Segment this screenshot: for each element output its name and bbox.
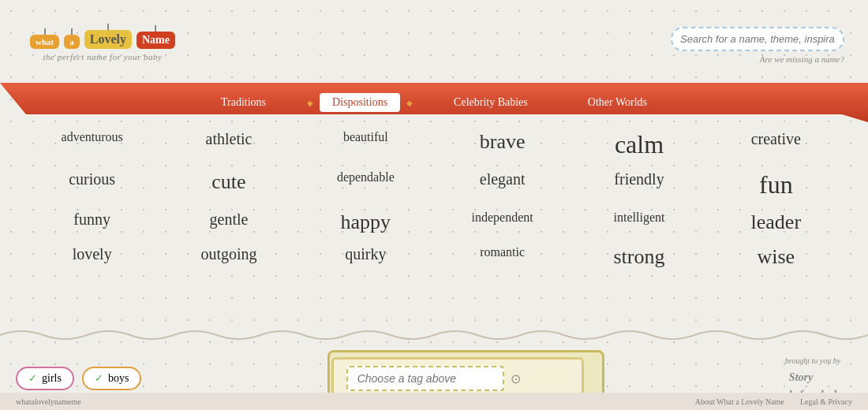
- nav-ribbon: Traditions Dispositions Celebrity Babies…: [0, 83, 868, 122]
- boys-filter[interactable]: ✓ boys: [82, 367, 141, 390]
- bottom-wave-decoration: [0, 323, 868, 347]
- tag-intelligent[interactable]: intelligent: [571, 211, 707, 234]
- tag-search-input[interactable]: [346, 366, 504, 391]
- tag-lovely[interactable]: lovely: [24, 245, 160, 269]
- logo-lovely[interactable]: Lovely: [84, 30, 132, 49]
- tag-outgoing[interactable]: outgoing: [160, 245, 297, 269]
- tag-quirky[interactable]: quirky: [297, 245, 434, 269]
- footer-bar: whatalovelynameme About What a Lovely Na…: [0, 393, 868, 410]
- tag-calm[interactable]: calm: [571, 130, 707, 159]
- tag-athletic[interactable]: athletic: [160, 130, 297, 159]
- tags-grid: adventurousathleticbeautifulbravecalmcre…: [0, 122, 868, 277]
- tag-friendly[interactable]: friendly: [571, 170, 707, 199]
- footer-site-url: whatalovelynameme: [16, 397, 81, 406]
- tab-otherworlds[interactable]: Other Worlds: [582, 93, 653, 112]
- search-input[interactable]: [671, 27, 844, 51]
- tag-adventurous[interactable]: adventurous: [24, 130, 160, 159]
- girls-label: girls: [42, 372, 62, 385]
- tag-curious[interactable]: curious: [24, 170, 160, 199]
- tag-happy[interactable]: happy: [297, 211, 434, 234]
- footer-legal-link[interactable]: Legal & Privacy: [800, 397, 852, 406]
- tag-elegant[interactable]: elegant: [434, 170, 571, 199]
- sponsor-label: brought to you by: [785, 356, 840, 365]
- tag-dependable[interactable]: dependable: [297, 170, 434, 199]
- logo-name[interactable]: Name: [137, 32, 175, 49]
- tab-traditions[interactable]: Traditions: [215, 93, 272, 112]
- nav-tabs: Traditions Dispositions Celebrity Babies…: [215, 93, 653, 112]
- sponsor-story: Story: [789, 371, 813, 383]
- logo-tags: what a Lovely Name: [30, 30, 175, 49]
- tag-creative[interactable]: creative: [708, 130, 844, 159]
- tag-gentle[interactable]: gentle: [160, 211, 297, 234]
- tag-leader[interactable]: leader: [708, 211, 844, 234]
- logo-what[interactable]: what: [30, 35, 59, 49]
- tab-dispositions[interactable]: Dispositions: [320, 93, 400, 112]
- search-area: Are we missing a name?: [671, 27, 844, 64]
- tag-brave[interactable]: brave: [434, 130, 571, 159]
- gender-filters: ✓ girls ✓ boys: [16, 367, 141, 390]
- tag-fun[interactable]: fun: [708, 170, 844, 199]
- footer-links: About What a Lovely Name Legal & Privacy: [695, 397, 852, 406]
- header: what a Lovely Name the perfect name for …: [0, 0, 868, 83]
- tag-cute[interactable]: cute: [160, 170, 297, 199]
- tag-independent[interactable]: independent: [434, 211, 571, 234]
- tab-celebrity[interactable]: Celebrity Babies: [447, 93, 534, 112]
- boys-label: boys: [108, 372, 129, 385]
- logo-area: what a Lovely Name the perfect name for …: [8, 30, 197, 62]
- tag-funny[interactable]: funny: [24, 211, 160, 234]
- logo-subtitle: the perfect name for your baby: [43, 52, 163, 62]
- tag-search-button[interactable]: ⊙: [511, 371, 521, 386]
- boys-check: ✓: [95, 372, 103, 385]
- missing-name-link[interactable]: Are we missing a name?: [760, 54, 844, 64]
- girls-check: ✓: [28, 372, 37, 385]
- tag-beautiful[interactable]: beautiful: [297, 130, 434, 159]
- tag-strong[interactable]: strong: [571, 245, 707, 269]
- logo-a[interactable]: a: [64, 35, 80, 49]
- tag-wise[interactable]: wise: [708, 245, 844, 269]
- girls-filter[interactable]: ✓ girls: [16, 367, 74, 390]
- footer-about-link[interactable]: About What a Lovely Name: [695, 397, 784, 406]
- tag-romantic[interactable]: romantic: [434, 245, 571, 269]
